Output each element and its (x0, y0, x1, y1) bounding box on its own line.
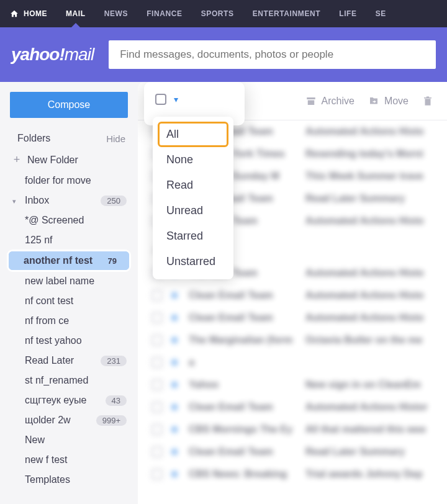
email-checkbox[interactable] (151, 424, 163, 435)
email-row[interactable]: Clean Email TeamRead Later Summary (138, 441, 447, 463)
email-checkbox[interactable] (151, 446, 163, 457)
folder-row[interactable]: сщгтеук еуые43 (0, 390, 138, 410)
folder-row[interactable]: nf cont test (0, 291, 138, 311)
email-checkbox[interactable] (151, 357, 163, 368)
select-menu-item[interactable]: Unread (158, 198, 228, 223)
email-checkbox[interactable] (151, 312, 163, 323)
email-subject: Automated Actions Histo (305, 215, 433, 227)
folder-row[interactable]: nf test yahoo (0, 331, 138, 351)
email-row[interactable]: The Marginalian (formOctavia Butler on t… (138, 329, 447, 351)
folder-row[interactable]: 125 nf (0, 230, 138, 250)
folder-name: new f test (25, 454, 67, 465)
compose-button[interactable]: Compose (10, 92, 128, 118)
folder-name: folder for move (25, 175, 91, 186)
select-menu-item[interactable]: None (158, 147, 228, 173)
archive-label: Archive (322, 96, 354, 107)
new-folder-button[interactable]: + New Folder (0, 149, 138, 171)
email-row[interactable]: a (138, 351, 447, 374)
folder-row[interactable]: щolder 2w999+ (0, 410, 138, 430)
folder-name: Templates (25, 474, 70, 485)
email-sender: Clean Email Team (189, 446, 294, 457)
unread-dot-icon (171, 359, 178, 366)
folder-row[interactable]: another nf test79 (9, 251, 129, 270)
select-menu-item[interactable]: All (158, 122, 228, 147)
folder-row[interactable]: Templates (0, 470, 138, 490)
folder-name: another nf test (24, 255, 93, 266)
email-subject: Trial awards Johnny Dep (305, 469, 433, 480)
folder-row[interactable]: folder for move (0, 171, 138, 191)
folder-count-badge: 999+ (96, 415, 127, 426)
chevron-down-icon[interactable]: ▾ (12, 197, 21, 205)
email-row[interactable]: Clean Email TeamAutomated Actions Histo (138, 284, 447, 307)
popover-checkbox[interactable] (155, 94, 166, 105)
email-subject: New sign in on CleanEm (305, 379, 433, 390)
chevron-down-icon[interactable]: ▾ (174, 94, 178, 104)
nav-item[interactable]: SE (376, 0, 386, 27)
sidebar: Compose Folders Hide + New Folder folder… (0, 82, 138, 504)
nav-item[interactable]: NEWS (104, 0, 128, 27)
email-subject: Read Later Summary (305, 193, 433, 204)
email-subject: Automated Actions Histo (305, 290, 433, 301)
folder-row[interactable]: st nf_renamed (0, 371, 138, 390)
email-sender: Clean Email Team (189, 402, 294, 413)
unread-dot-icon (171, 404, 178, 410)
folder-name: *@ Screened (25, 215, 84, 225)
nav-item[interactable]: SPORTS (201, 0, 234, 27)
email-row[interactable]: CBS Mornings The EyAll that mattered thi… (138, 418, 447, 441)
email-row[interactable]: Clean Email TeamAutomated Actions Histo (138, 307, 447, 329)
move-button[interactable]: Move (368, 96, 409, 107)
folder-row[interactable]: new label name (0, 271, 138, 291)
folder-name: сщгтеук еуые (25, 395, 86, 405)
archive-icon (305, 96, 317, 107)
folder-name: New (25, 434, 45, 445)
nav-item[interactable]: MAIL (66, 0, 86, 27)
email-sender: Clean Email Team (189, 312, 294, 323)
folder-name: nf from ce (25, 315, 69, 326)
home-icon (10, 9, 19, 18)
email-sender: Yahoo (189, 379, 294, 390)
nav-item[interactable]: FINANCE (147, 0, 183, 27)
email-subject: Resending today's Morni (305, 148, 433, 160)
email-row[interactable]: CBS News: BreakingTrial awards Johnny De… (138, 463, 447, 485)
unread-dot-icon (171, 382, 178, 388)
email-checkbox[interactable] (151, 335, 163, 346)
email-subject: Automated Actions Histo (305, 126, 433, 137)
folder-row[interactable]: nf from ce (0, 311, 138, 331)
folder-row[interactable]: *@ Screened (0, 210, 138, 230)
email-checkbox[interactable] (151, 379, 163, 390)
nav-item[interactable]: LIFE (339, 0, 356, 27)
unread-dot-icon (171, 292, 178, 299)
folder-row[interactable]: Read Later231 (0, 351, 138, 371)
email-subject: Octavia Butler on the me (305, 335, 433, 346)
select-menu-item[interactable]: Unstarred (158, 249, 228, 274)
folder-name: nf cont test (25, 295, 73, 306)
new-folder-label: New Folder (27, 155, 78, 166)
nav-home[interactable]: HOME (10, 9, 47, 18)
email-sender: a (189, 357, 294, 368)
select-menu-item[interactable]: Read (158, 173, 228, 198)
email-checkbox[interactable] (151, 290, 163, 301)
email-row[interactable]: Clean Email TeamAutomated Actions Histor (138, 396, 447, 418)
folder-row[interactable]: New (0, 430, 138, 450)
plus-icon: + (12, 153, 21, 166)
email-subject: This Week Summer trave (305, 171, 433, 182)
move-icon (368, 96, 379, 107)
email-row[interactable]: YahooNew sign in on CleanEm (138, 374, 447, 396)
folder-row[interactable]: new f test (0, 450, 138, 470)
search-input[interactable] (109, 40, 436, 69)
select-menu: AllNoneReadUnreadStarredUnstarred (153, 117, 233, 279)
email-checkbox[interactable] (151, 469, 163, 480)
archive-button[interactable]: Archive (305, 96, 354, 107)
delete-button[interactable] (422, 96, 433, 107)
email-sender: Clean Email Team (189, 290, 294, 301)
unread-dot-icon (171, 426, 178, 433)
folder-row[interactable]: ▾Inbox250 (0, 191, 138, 210)
folders-heading: Folders (17, 133, 50, 144)
unread-dot-icon (171, 337, 178, 343)
select-menu-item[interactable]: Starred (158, 223, 228, 249)
hide-folders-link[interactable]: Hide (106, 133, 125, 144)
email-sender: The Marginalian (form (189, 335, 294, 346)
email-sender: CBS Mornings The Ey (189, 424, 294, 435)
email-checkbox[interactable] (151, 402, 163, 413)
nav-item[interactable]: ENTERTAINMENT (253, 0, 321, 27)
